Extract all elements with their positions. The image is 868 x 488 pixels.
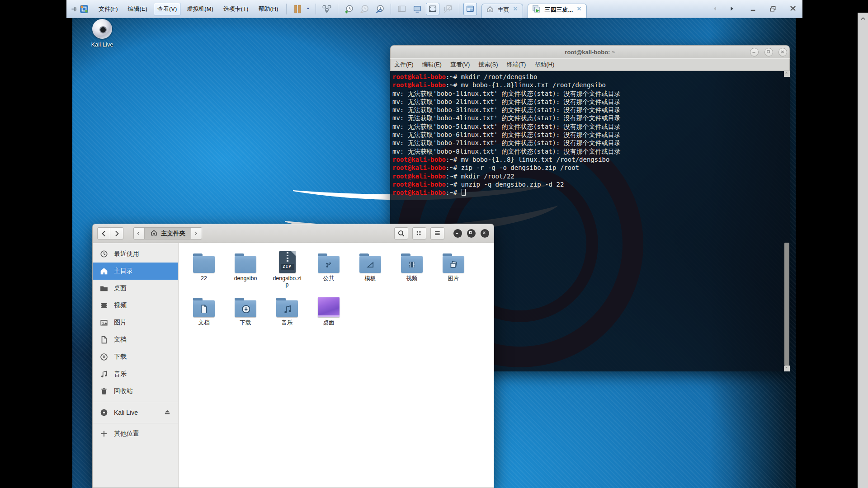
file-item-label: 音乐 xyxy=(271,319,303,326)
scrollbar-down-icon[interactable] xyxy=(784,366,790,371)
page-scrollbar[interactable] xyxy=(858,13,868,488)
forward-button[interactable] xyxy=(110,227,123,239)
image-icon xyxy=(99,318,108,327)
sidebar-item-music[interactable]: 音乐 xyxy=(93,366,178,383)
file-item[interactable]: 下载 xyxy=(225,294,266,337)
sidebar-item-desktop[interactable]: 桌面 xyxy=(93,280,178,297)
vm-screen: Kali Live root@kali-bobo: ~ 文件(F)编辑(E)查看… xyxy=(72,18,796,488)
file-item[interactable]: 图片 xyxy=(433,249,474,293)
terminal-menu-4[interactable]: 终端(T) xyxy=(507,61,526,69)
back-button[interactable] xyxy=(97,227,110,239)
sidebar-item-document[interactable]: 文档 xyxy=(93,331,178,348)
file-item[interactable]: 桌面 xyxy=(308,294,349,337)
show-library-button[interactable] xyxy=(395,3,409,15)
path-scroll-left-button[interactable] xyxy=(134,228,145,239)
sidebar-item-trash[interactable]: 回收站 xyxy=(93,383,178,400)
vmware-menu-3[interactable]: 虚拟机(M) xyxy=(183,3,217,15)
tab-close-icon[interactable] xyxy=(513,6,519,14)
file-item[interactable]: 音乐 xyxy=(266,294,308,337)
file-item-label: 22 xyxy=(188,275,220,282)
vmware-menu-0[interactable]: 文件(F) xyxy=(95,3,122,15)
sidebar-item-recent[interactable]: 最近使用 xyxy=(93,245,178,263)
vmware-menu-2[interactable]: 查看(V) xyxy=(154,3,180,15)
suspend-vm-button[interactable] xyxy=(291,3,304,15)
terminal-line: root@kali-bobo:~# unzip -q dengsibo.zip … xyxy=(392,180,782,188)
prompt-suffix: :~# xyxy=(446,73,461,80)
file-item[interactable]: ZIPdengsibo.zip xyxy=(266,249,308,293)
scrollbar-thumb[interactable] xyxy=(784,243,789,366)
vmware-menu-4[interactable]: 选项卡(T) xyxy=(220,3,252,15)
file-item[interactable]: dengsibo xyxy=(225,249,266,293)
command-text: mkdir /root/dengsibo xyxy=(461,73,538,80)
kali-live-desktop-icon[interactable]: Kali Live xyxy=(81,19,123,48)
view-toggle-button[interactable] xyxy=(412,227,426,239)
file-item[interactable]: 模板 xyxy=(349,249,391,293)
vm-tab-1[interactable]: 三四三皮... xyxy=(528,4,587,18)
sidebar-item-label: 桌面 xyxy=(114,284,127,292)
file-item-label: 公共 xyxy=(313,275,344,282)
prompt-user: root@kali-bobo xyxy=(392,73,446,80)
recent-icon xyxy=(99,249,108,258)
vmware-logo-icon[interactable] xyxy=(79,4,89,14)
terminal-menu-5[interactable]: 帮助(H) xyxy=(534,61,554,69)
snapshot-manager-button[interactable] xyxy=(373,3,387,15)
file-item[interactable]: 视频 xyxy=(391,249,433,293)
show-thumbnail-bar-button[interactable] xyxy=(463,3,477,15)
terminal-titlebar[interactable]: root@kali-bobo: ~ xyxy=(390,45,790,58)
file-item-label: 文档 xyxy=(188,319,220,326)
tab-close-icon[interactable] xyxy=(576,6,583,14)
sidebar-item-download[interactable]: 下载 xyxy=(93,348,178,366)
output-text: mv: 无法获取'bobo-3linux.txt' 的文件状态(stat): 没… xyxy=(392,106,621,113)
scroll-up-icon[interactable] xyxy=(858,14,868,24)
sidebar-item-plus[interactable]: 其他位置 xyxy=(93,425,178,442)
photo-emblem-icon xyxy=(449,260,458,268)
terminal-minimize-button[interactable] xyxy=(750,48,759,56)
search-button[interactable] xyxy=(394,227,408,239)
terminal-menu-0[interactable]: 文件(F) xyxy=(394,61,414,69)
prompt-suffix: :~# xyxy=(446,81,461,89)
scroll-tabs-right-icon[interactable] xyxy=(726,4,738,14)
vmware-window-bar: 文件(F)编辑(E)查看(V)虚拟机(M)选项卡(T)帮助(H) 主页三四三皮.… xyxy=(66,0,802,18)
sidebar-item-video[interactable]: 视频 xyxy=(93,297,178,314)
terminal-menu-1[interactable]: 编辑(E) xyxy=(422,61,442,69)
scrollbar-up-icon[interactable] xyxy=(784,71,790,77)
send-ctrl-alt-del-button[interactable] xyxy=(320,3,334,15)
terminal-menu-3[interactable]: 搜索(S) xyxy=(478,61,498,69)
pin-icon[interactable] xyxy=(69,4,79,14)
file-item[interactable]: 公共 xyxy=(308,249,349,293)
file-item-label: 图片 xyxy=(438,275,469,282)
take-snapshot-button[interactable] xyxy=(342,3,356,15)
path-current-segment[interactable]: 主文件夹 xyxy=(145,228,191,239)
sidebar-item-disc[interactable]: Kali Live xyxy=(93,404,178,421)
command-text: mv bobo-{1..8} linux.txt /root/dengsibo xyxy=(461,156,610,163)
file-item[interactable]: 22 xyxy=(183,249,225,293)
toolbar-separator xyxy=(459,4,459,14)
terminal-scrollbar[interactable] xyxy=(784,71,790,371)
power-dropdown-icon[interactable] xyxy=(305,3,311,15)
toolbar-separator xyxy=(338,4,338,14)
fm-maximize-button[interactable] xyxy=(467,229,476,238)
terminal-maximize-button[interactable] xyxy=(764,48,773,56)
close-button[interactable] xyxy=(787,4,799,14)
vmware-menu-5[interactable]: 帮助(H) xyxy=(255,3,282,15)
terminal-close-button[interactable] xyxy=(778,48,787,56)
file-item[interactable]: 文档 xyxy=(183,294,225,337)
prompt-suffix: :~# xyxy=(446,189,461,196)
terminal-line: root@kali-bobo:~# mkdir /root/dengsibo xyxy=(392,73,782,81)
terminal-menu-2[interactable]: 查看(V) xyxy=(450,61,470,69)
fm-minimize-button[interactable] xyxy=(453,229,462,238)
vm-tab-0[interactable]: 主页 xyxy=(481,4,523,18)
output-text: mv: 无法获取'bobo-2linux.txt' 的文件状态(stat): 没… xyxy=(392,98,621,105)
eject-icon[interactable] xyxy=(164,409,171,417)
console-view-button[interactable] xyxy=(410,3,424,15)
restore-button[interactable] xyxy=(767,4,779,14)
sidebar-item-home[interactable]: 主目录 xyxy=(93,263,178,280)
menu-button[interactable] xyxy=(430,227,444,239)
fm-close-button[interactable] xyxy=(481,229,489,238)
fm-content[interactable]: 22dengsiboZIPdengsibo.zip公共模板视频图片文档下载音乐桌… xyxy=(179,243,494,488)
sidebar-item-image[interactable]: 图片 xyxy=(93,314,178,331)
vmware-menu-1[interactable]: 编辑(E) xyxy=(124,3,151,15)
path-scroll-right-button[interactable] xyxy=(191,228,202,239)
minimize-button[interactable] xyxy=(747,4,759,14)
fullscreen-button[interactable] xyxy=(426,3,439,15)
